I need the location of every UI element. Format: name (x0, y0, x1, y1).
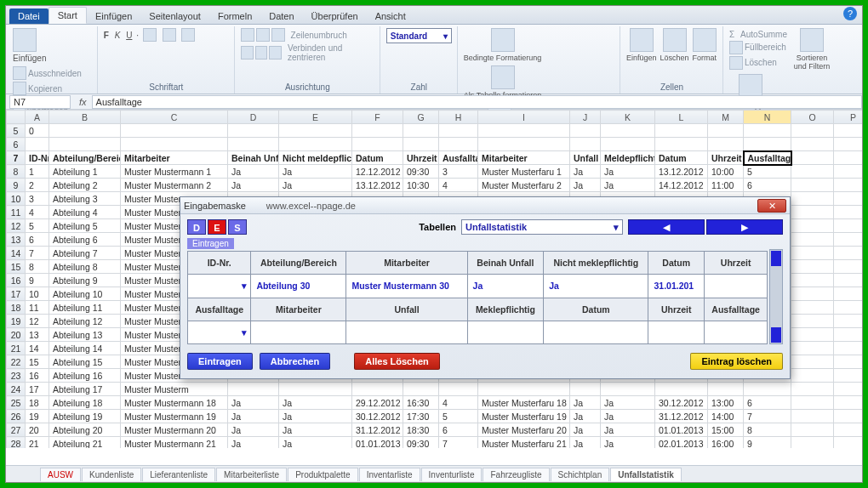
cell[interactable]: 13.12.2012 (655, 165, 708, 179)
name-box[interactable]: N7 (9, 95, 71, 109)
cell[interactable] (601, 138, 655, 151)
cell[interactable] (791, 410, 834, 423)
dialog-titlebar[interactable]: Eingabemaske www.excel--npage.de ✕ (180, 197, 790, 214)
cell[interactable] (834, 355, 863, 369)
cell[interactable]: 13.12.2012 (352, 179, 403, 192)
cell[interactable]: Ja (570, 410, 601, 423)
cell[interactable] (791, 342, 834, 355)
cell[interactable] (655, 383, 708, 396)
cell[interactable]: Abteilung 20 (49, 423, 121, 437)
cell[interactable]: Ja (601, 179, 655, 192)
cell[interactable]: Ausfalltage (744, 151, 791, 165)
cell[interactable] (744, 383, 791, 396)
cell[interactable] (834, 219, 863, 233)
cell[interactable]: 10:30 (403, 179, 439, 192)
form-input[interactable]: 31.01.201 (648, 275, 704, 298)
cell[interactable] (791, 396, 834, 410)
cell[interactable]: Muster Mustermann 2 (121, 179, 228, 192)
cell[interactable]: 02.01.2013 (655, 437, 708, 449)
sort-filter-icon[interactable] (800, 28, 824, 52)
sheet-tab[interactable]: AUSW (40, 468, 81, 481)
form-input[interactable]: ▾ (188, 275, 251, 298)
cell[interactable] (834, 274, 863, 287)
nav-prev-button[interactable]: ◀ (628, 219, 705, 235)
cell[interactable]: 29.12.2012 (352, 396, 403, 410)
row-header[interactable]: 22 (7, 355, 26, 369)
cell[interactable]: Mitarbeiter (478, 151, 570, 165)
cell[interactable]: Datum (352, 151, 403, 165)
cell[interactable] (834, 206, 863, 219)
cell[interactable]: Ja (279, 165, 352, 179)
cell[interactable]: Muster Mustermann 18 (121, 396, 228, 410)
cell[interactable] (570, 124, 601, 138)
cell[interactable]: Muster Musterfaru 18 (478, 396, 570, 410)
eintragen-button[interactable]: Eintragen (187, 353, 253, 370)
cell[interactable] (834, 179, 863, 192)
cell[interactable] (439, 124, 478, 138)
column-header[interactable]: K (601, 111, 655, 124)
cell[interactable]: 12.12.2012 (352, 165, 403, 179)
cell[interactable]: Ja (228, 179, 279, 192)
ribbon-tab[interactable]: Einfügen (87, 9, 140, 24)
cell[interactable] (439, 383, 478, 396)
cell[interactable] (655, 138, 708, 151)
cell[interactable]: 7 (744, 410, 791, 423)
cell[interactable] (834, 138, 863, 151)
cell[interactable]: 14.12.2012 (655, 179, 708, 192)
cell[interactable]: Muster Mustermann 20 (121, 423, 228, 437)
cell[interactable]: Ja (570, 165, 601, 179)
row-header[interactable]: 24 (7, 383, 26, 396)
alles-loeschen-button[interactable]: Alles Löschen (354, 353, 440, 370)
cell[interactable]: 5 (439, 410, 478, 423)
cell[interactable] (791, 274, 834, 287)
cell[interactable] (834, 315, 863, 328)
autosum-icon[interactable]: Σ (729, 30, 734, 39)
cell[interactable]: Mitarbeiter (121, 151, 228, 165)
column-header[interactable]: N (744, 111, 791, 124)
cell[interactable]: 19 (26, 410, 49, 423)
cell[interactable] (834, 328, 863, 342)
cell[interactable]: Abteilung 15 (49, 355, 121, 369)
cell[interactable] (834, 287, 863, 301)
cell[interactable] (791, 423, 834, 437)
cell[interactable]: 16 (26, 369, 49, 383)
form-input[interactable]: Ja (544, 275, 648, 298)
cell[interactable]: 8 (26, 260, 49, 274)
cell[interactable]: 14:00 (708, 410, 744, 423)
cell[interactable]: Datum (655, 151, 708, 165)
cell[interactable] (744, 138, 791, 151)
fx-icon[interactable]: fx (74, 97, 92, 107)
cell[interactable] (791, 138, 834, 151)
form-input[interactable]: Ja (467, 275, 544, 298)
cell[interactable]: 17 (26, 383, 49, 396)
insert-cells-icon[interactable] (630, 28, 654, 52)
row-header[interactable]: 5 (7, 124, 26, 138)
cell[interactable]: 16:00 (708, 437, 744, 449)
column-header[interactable]: J (570, 111, 601, 124)
cell[interactable]: Abteilung 4 (49, 206, 121, 219)
form-input[interactable] (704, 275, 767, 298)
row-header[interactable]: 27 (7, 423, 26, 437)
cell[interactable] (121, 124, 228, 138)
row-header[interactable]: 9 (7, 179, 26, 192)
row-header[interactable]: 6 (7, 138, 26, 151)
column-header[interactable]: P (834, 111, 863, 124)
row-header[interactable]: 7 (7, 151, 26, 165)
cell[interactable]: Muster Musterfaru 21 (478, 437, 570, 449)
cell[interactable]: Abteilung 8 (49, 260, 121, 274)
cell[interactable]: Abteilung 10 (49, 287, 121, 301)
cell[interactable] (791, 151, 834, 165)
cell[interactable]: Muster Musterfaru 2 (478, 179, 570, 192)
cell[interactable] (228, 138, 279, 151)
cell[interactable] (834, 165, 863, 179)
fill-icon[interactable] (729, 41, 743, 54)
cell[interactable]: 20 (26, 423, 49, 437)
cell[interactable] (791, 437, 834, 449)
cell[interactable]: 30.12.2012 (655, 396, 708, 410)
align-icon[interactable] (241, 46, 254, 60)
align-icon[interactable] (271, 28, 285, 42)
cell[interactable]: Unfall (570, 151, 601, 165)
cell[interactable]: Uhrzeit (708, 151, 744, 165)
cell[interactable] (834, 437, 863, 449)
cell[interactable]: 31.12.2012 (655, 410, 708, 423)
